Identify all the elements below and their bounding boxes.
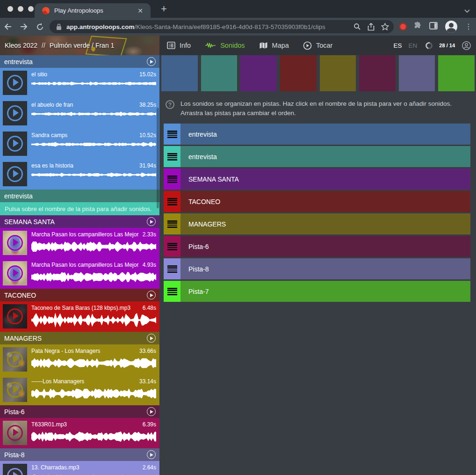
drag-handle[interactable] [164,281,180,302]
track-row[interactable]: Pista-6 [164,236,470,257]
track-name[interactable]: entrevista [180,124,470,145]
new-tab-button[interactable]: + [157,3,171,15]
nav-tab-mapa[interactable]: Mapa [259,42,289,49]
play-icon[interactable] [7,308,23,324]
breadcrumb-project[interactable]: Kleos 2022 [5,42,37,49]
play-icon[interactable] [7,235,23,251]
clip-item[interactable]: el abuelo de fran38.25s [0,98,159,129]
play-icon[interactable] [7,468,23,475]
track-name[interactable]: Pista-6 [180,236,470,257]
section-header-pista-6[interactable]: Pista-6 [0,405,159,418]
drag-handle[interactable] [164,191,180,212]
section-play-button[interactable] [147,217,156,226]
drag-handle[interactable] [164,236,180,257]
tab-search-chevron-icon[interactable] [464,7,470,15]
extensions-puzzle-icon[interactable] [413,22,422,32]
window-close-button[interactable] [7,6,13,12]
sidebar-scrollbar[interactable] [157,108,159,208]
track-color-swatch[interactable] [438,55,475,91]
drag-handle[interactable] [164,213,180,234]
clip-thumbnail[interactable] [3,347,27,372]
lang-es-button[interactable]: ES [394,42,402,49]
side-panel-icon[interactable] [429,22,438,31]
track-color-swatch[interactable] [280,55,317,91]
clip-thumbnail[interactable] [3,132,27,156]
record-indicator-icon[interactable] [400,24,406,29]
section-play-button[interactable] [147,450,156,459]
clip-item[interactable]: ------Los Mananagers33.14s [0,375,159,405]
clip-thumbnail[interactable] [3,464,27,475]
section-header-taconeo[interactable]: TACONEO [0,289,159,301]
section-header-entrevista-2[interactable]: entrevista [0,190,159,202]
play-icon[interactable] [7,166,23,182]
track-row[interactable]: Pista-8 [164,258,470,279]
clip-thumbnail[interactable] [3,101,27,125]
clip-thumbnail[interactable] [3,421,27,445]
clip-thumbnail[interactable] [3,231,27,255]
play-icon[interactable] [7,105,23,121]
play-icon[interactable] [7,265,23,281]
clip-item[interactable]: Marcha Pasan los campanilleros Las Mejor… [0,258,159,289]
track-row[interactable]: entrevista [164,124,470,145]
nav-tab-info[interactable]: Info [167,42,191,49]
address-bar[interactable]: app.antropoloops.com/Kleos-Santa-Marina/… [50,20,394,33]
track-color-swatch[interactable] [240,55,277,91]
bookmark-star-icon[interactable] [381,23,389,30]
clip-item[interactable]: Sandra camps10.52s [0,129,159,159]
clip-thumbnail[interactable] [3,261,27,285]
nav-tab-sonidos[interactable]: Sonidos [205,42,245,49]
browser-tab[interactable]: Play Antropoloops ✕ [35,3,151,18]
section-header-pista-8[interactable]: Pista-8 [0,448,159,461]
clip-item[interactable]: 13. Charradas.mp32.64s [0,461,159,475]
tab-close-icon[interactable]: ✕ [135,6,146,15]
clip-item[interactable]: T633R01.mp36.39s [0,418,159,448]
clip-item[interactable]: Taconeo de Sara Baras (128 kbps).mp36.48… [0,301,159,332]
clip-item[interactable]: Marcha Pasan los campanilleros Las Mejor… [0,228,159,258]
track-row[interactable]: SEMANA SANTA [164,168,470,190]
track-name[interactable]: MANAGERS [180,213,470,234]
play-icon[interactable] [7,136,23,152]
lang-en-button[interactable]: EN [409,42,418,49]
clip-item[interactable]: el sitio15.02s [0,68,159,98]
track-row[interactable]: Pista-7 [164,281,470,302]
nav-tab-tocar[interactable]: Tocar [303,41,332,50]
window-zoom-button[interactable] [28,6,34,12]
section-play-button[interactable] [147,407,156,416]
play-icon[interactable] [7,75,23,91]
back-button[interactable] [0,23,16,30]
clip-thumbnail[interactable] [3,378,27,402]
track-color-swatch[interactable] [161,55,198,91]
track-row[interactable]: MANAGERS [164,213,470,234]
breadcrumb[interactable]: Kleos 2022 // Pulmón verde / Fran 1 [0,36,159,55]
zoom-page-icon[interactable] [353,23,361,30]
reload-button[interactable] [32,23,48,31]
track-color-swatch[interactable] [201,55,238,91]
track-name[interactable]: Pista-8 [180,258,470,279]
drag-handle[interactable] [164,146,180,167]
track-row[interactable]: TACONEO [164,191,470,212]
section-header-managers[interactable]: MANAGERS [0,332,159,344]
track-row[interactable]: entrevista [164,146,470,167]
play-icon[interactable] [7,382,23,398]
play-icon[interactable] [7,425,23,441]
profile-avatar[interactable] [445,21,457,33]
section-play-button[interactable] [147,334,156,343]
clip-thumbnail[interactable] [3,71,27,95]
clip-item[interactable]: Pata Negra - Los Managers33.66s [0,344,159,375]
window-minimize-button[interactable] [18,6,23,12]
section-play-button[interactable] [147,291,156,300]
section-play-button[interactable] [147,57,156,66]
forward-button[interactable] [16,23,32,30]
track-color-swatch[interactable] [399,55,435,91]
track-color-swatch[interactable] [320,55,356,91]
clip-thumbnail[interactable] [3,304,27,329]
drag-handle[interactable] [164,168,180,190]
section-header-semana-santa[interactable]: SEMANA SANTA [0,215,159,228]
account-icon[interactable] [462,41,471,51]
track-color-swatch[interactable] [359,55,396,91]
drag-handle[interactable] [164,124,180,145]
drag-handle[interactable] [164,258,180,279]
share-icon[interactable] [368,23,375,31]
clip-item[interactable]: esa es la historia31.94s [0,159,159,190]
clip-thumbnail[interactable] [3,162,27,186]
